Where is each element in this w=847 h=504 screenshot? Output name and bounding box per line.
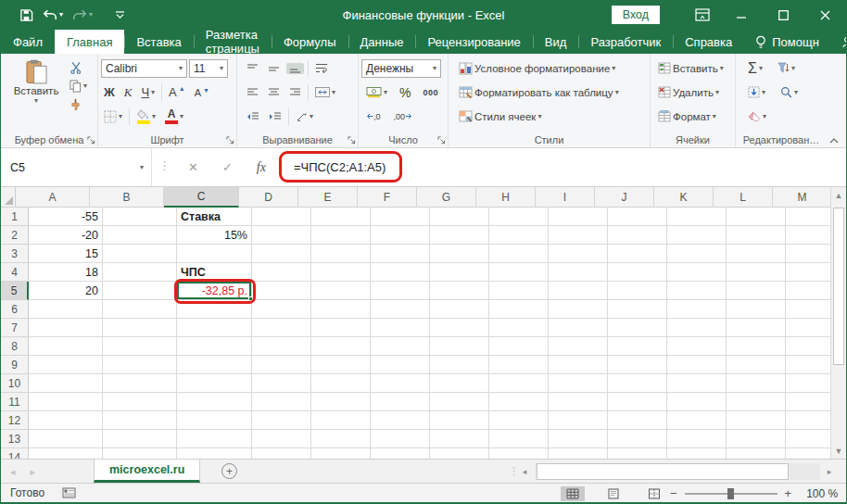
cell-I11[interactable] xyxy=(549,393,608,411)
column-header-d[interactable]: D xyxy=(239,187,298,208)
select-all-corner[interactable] xyxy=(1,187,16,208)
tab-help[interactable]: Справка xyxy=(673,30,744,54)
cell-A8[interactable] xyxy=(29,337,103,356)
cell-K4[interactable] xyxy=(667,263,727,282)
cell-B10[interactable] xyxy=(103,374,177,393)
number-format-select[interactable]: Денежны▾ xyxy=(361,59,441,78)
tab-review[interactable]: Рецензирование xyxy=(415,30,532,54)
cut-button[interactable] xyxy=(67,60,90,75)
cell-J8[interactable] xyxy=(608,337,667,356)
cell-I5[interactable] xyxy=(549,282,608,300)
row-header-4[interactable]: 4 xyxy=(1,263,29,282)
cell-C14[interactable] xyxy=(177,448,252,459)
cell-M3[interactable] xyxy=(786,245,832,263)
cell-G6[interactable] xyxy=(430,300,489,319)
cell-J9[interactable] xyxy=(608,356,667,374)
cell-L9[interactable] xyxy=(727,356,786,374)
cell-D11[interactable] xyxy=(252,393,311,411)
tab-insert[interactable]: Вставка xyxy=(124,30,193,54)
row-header-2[interactable]: 2 xyxy=(1,226,29,245)
column-header-m[interactable]: M xyxy=(773,187,832,208)
enter-entry-icon[interactable]: ✓ xyxy=(222,160,233,174)
cell-K5[interactable] xyxy=(667,282,727,300)
cell-K1[interactable] xyxy=(667,208,727,226)
cell-H3[interactable] xyxy=(489,245,549,263)
column-header-g[interactable]: G xyxy=(417,187,476,208)
cell-D9[interactable] xyxy=(252,356,311,374)
cell-E9[interactable] xyxy=(311,356,371,374)
cell-L3[interactable] xyxy=(727,245,786,263)
cell-H4[interactable] xyxy=(489,263,549,282)
cell-F5[interactable] xyxy=(371,282,430,300)
row-header-13[interactable]: 13 xyxy=(1,430,29,448)
clear-button[interactable]: ▾ xyxy=(745,110,769,122)
cell-G8[interactable] xyxy=(430,337,489,356)
cell-E13[interactable] xyxy=(311,430,371,448)
cell-G2[interactable] xyxy=(430,226,489,245)
cell-H13[interactable] xyxy=(489,430,549,448)
row-header-3[interactable]: 3 xyxy=(1,245,29,263)
cell-C8[interactable] xyxy=(177,337,252,356)
cancel-entry-icon[interactable]: ✕ xyxy=(188,160,198,174)
cell-L10[interactable] xyxy=(727,374,786,393)
cell-D4[interactable] xyxy=(252,263,311,282)
cell-styles-button[interactable]: Стили ячеек▾ xyxy=(456,106,647,127)
cell-E14[interactable] xyxy=(311,448,371,459)
cell-J5[interactable] xyxy=(608,282,667,300)
cell-G11[interactable] xyxy=(430,393,489,411)
cell-M9[interactable] xyxy=(786,356,832,374)
cell-L7[interactable] xyxy=(727,319,786,337)
cell-F3[interactable] xyxy=(371,245,430,263)
cell-F9[interactable] xyxy=(371,356,430,374)
cell-D5[interactable] xyxy=(252,282,311,300)
next-sheet-icon[interactable]: ▸ xyxy=(31,466,36,478)
cell-I2[interactable] xyxy=(549,226,608,245)
cell-I7[interactable] xyxy=(549,319,608,337)
cell-D7[interactable] xyxy=(252,319,311,337)
cell-B3[interactable] xyxy=(103,245,177,263)
row-header-1[interactable]: 1 xyxy=(1,208,29,226)
cell-C7[interactable] xyxy=(177,319,252,337)
cell-M10[interactable] xyxy=(786,374,832,393)
undo-button[interactable]: ▾ xyxy=(43,9,63,21)
cell-E4[interactable] xyxy=(311,263,371,282)
cell-L6[interactable] xyxy=(727,300,786,319)
cell-K12[interactable] xyxy=(667,411,727,430)
conditional-formatting-button[interactable]: Условное форматирование▾ xyxy=(456,57,647,79)
cell-L12[interactable] xyxy=(727,411,786,430)
cell-B8[interactable] xyxy=(103,337,177,356)
row-header-9[interactable]: 9 xyxy=(1,356,29,374)
cell-E7[interactable] xyxy=(311,319,371,337)
cell-H1[interactable] xyxy=(489,208,549,226)
cell-F6[interactable] xyxy=(371,300,430,319)
cell-G3[interactable] xyxy=(430,245,489,263)
cell-J2[interactable] xyxy=(608,226,667,245)
cell-D13[interactable] xyxy=(252,430,311,448)
help-assistant-button[interactable]: Помощн xyxy=(744,30,830,54)
font-size-select[interactable]: 11▾ xyxy=(189,59,228,78)
cell-C3[interactable] xyxy=(177,245,252,263)
cell-E10[interactable] xyxy=(311,374,371,393)
cell-G12[interactable] xyxy=(430,411,489,430)
tab-home[interactable]: Главная xyxy=(55,30,124,54)
cell-D14[interactable] xyxy=(252,448,311,459)
cell-C13[interactable] xyxy=(177,430,252,448)
column-header-b[interactable]: B xyxy=(90,187,164,208)
cell-I1[interactable] xyxy=(549,208,608,226)
cell-C12[interactable] xyxy=(177,411,252,430)
cell-A4[interactable]: 18 xyxy=(29,263,103,282)
alignment-dialog-launcher-icon[interactable] xyxy=(348,136,356,145)
undo-dropdown-icon[interactable]: ▾ xyxy=(59,11,63,19)
cell-E5[interactable] xyxy=(311,282,371,300)
cell-A1[interactable]: -55 xyxy=(29,208,103,226)
cell-I10[interactable] xyxy=(549,374,608,393)
cell-B12[interactable] xyxy=(103,411,177,430)
cell-K14[interactable] xyxy=(667,448,727,459)
cell-D6[interactable] xyxy=(252,300,311,319)
hscroll-left-icon[interactable]: ◂ xyxy=(517,464,532,479)
tab-developer[interactable]: Разработчик xyxy=(578,30,673,54)
clipboard-dialog-launcher-icon[interactable] xyxy=(87,136,95,145)
column-header-j[interactable]: J xyxy=(595,187,654,208)
cell-A7[interactable] xyxy=(29,319,103,337)
merge-center-button[interactable]: ▾ xyxy=(312,86,338,98)
